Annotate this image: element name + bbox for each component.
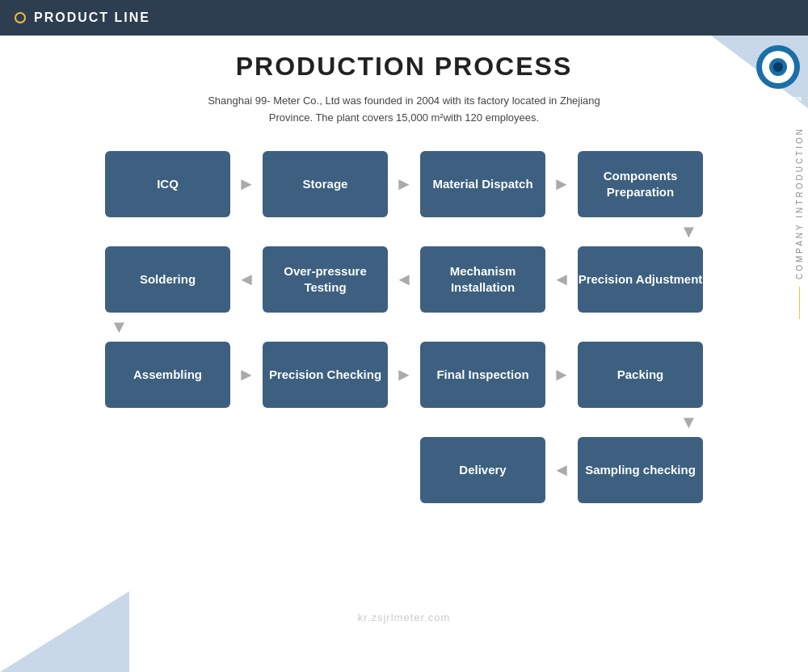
header-circle xyxy=(15,12,26,23)
flow-box-material-dispatch: Material Dispatch xyxy=(420,151,545,217)
page-title: PRODUCTION PROCESS xyxy=(40,52,768,82)
watermark: kr.zsjrlmeter.com xyxy=(358,611,451,624)
arrow-sampling-delivery: ► xyxy=(545,460,578,481)
arrow-icq-storage: ► xyxy=(230,174,263,195)
arrow-v-components-precision: ▼ xyxy=(680,217,698,246)
flow-box-precision-adjustment: Precision Adjustment xyxy=(578,246,703,313)
flow-box-precision-checking: Precision Checking xyxy=(263,342,388,408)
arrow-mechanism-overpressure: ► xyxy=(388,269,420,290)
flow-box-delivery: Delivery xyxy=(420,437,545,503)
flow-box-icq: ICQ xyxy=(105,151,230,217)
arrow-final-packing: ► xyxy=(545,364,578,385)
flow-box-components-preparation: Components Preparation xyxy=(578,151,703,217)
main-content: PRODUCTION PROCESS Shanghai 99- Meter Co… xyxy=(0,36,808,519)
flow-box-final-inspection: Final Inspection xyxy=(420,342,545,408)
flow-box-sampling-checking: Sampling checking xyxy=(578,437,703,503)
flow-box-over-pressure-testing: Over-pressure Testing xyxy=(263,246,388,313)
header-bar: PRODUCT LINE xyxy=(0,0,808,36)
flow-box-soldering: Soldering xyxy=(105,246,230,313)
flow-container: ICQ ► Storage ► Material Dispatch ► Comp… xyxy=(57,151,751,503)
arrow-precision-mechanism: ► xyxy=(545,269,578,290)
flow-box-assembling: Assembling xyxy=(105,342,230,408)
arrow-assembling-precision-checking: ► xyxy=(230,364,263,385)
arrow-precision-checking-final: ► xyxy=(388,364,420,385)
arrow-dispatch-components: ► xyxy=(545,174,578,195)
page-subtitle: Shanghai 99- Meter Co., Ltd was founded … xyxy=(40,93,768,127)
flow-box-packing: Packing xyxy=(578,342,703,408)
arrow-v-soldering-assembling: ▼ xyxy=(111,313,128,342)
arrow-overpressure-soldering: ► xyxy=(230,269,263,290)
bottom-triangle xyxy=(0,591,129,672)
arrow-v-packing-sampling: ▼ xyxy=(680,408,698,437)
header-title: PRODUCT LINE xyxy=(34,10,150,25)
flow-box-storage: Storage xyxy=(263,151,388,217)
flow-box-mechanism-installation: Mechanism Installation xyxy=(420,246,545,313)
arrow-storage-dispatch: ► xyxy=(388,174,420,195)
